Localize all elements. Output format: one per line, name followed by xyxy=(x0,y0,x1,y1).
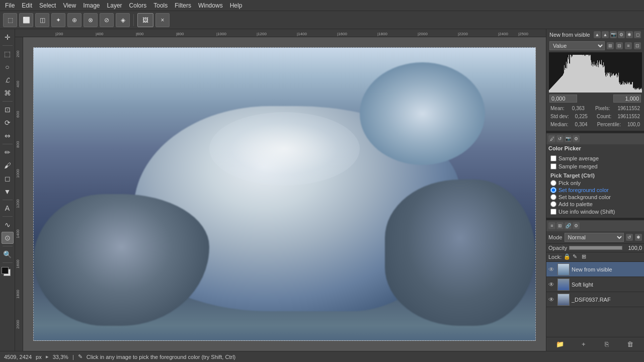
layer-row-soft-light[interactable]: 👁 Soft light xyxy=(546,277,644,292)
cp-icon-2[interactable]: ↺ xyxy=(556,135,564,142)
histogram-icon-3[interactable]: 📷 xyxy=(610,31,617,38)
cp-pick-only-label: Pick only xyxy=(558,180,581,186)
layers-new-layer-btn[interactable]: + xyxy=(579,340,588,349)
cp-pick-only-radio[interactable] xyxy=(550,180,556,186)
layer-eye-2[interactable]: 👁 xyxy=(548,281,555,288)
tool-rect-select[interactable]: ⬚ xyxy=(2,48,14,60)
status-zoom: 33,3% xyxy=(53,354,68,360)
menu-select[interactable]: Select xyxy=(36,1,59,10)
histogram-range-max[interactable] xyxy=(613,95,641,103)
tool-fuzzy-select[interactable]: ⌘ xyxy=(2,87,14,99)
tool-option-btn-8[interactable]: 🖼 xyxy=(137,13,153,27)
tool-ellipse-select[interactable]: ○ xyxy=(2,61,14,73)
color-swatches[interactable] xyxy=(2,267,14,277)
histogram-header-icons: ▲ ▲ 📷 ⚙ ✱ ◻ xyxy=(594,31,641,38)
tool-move[interactable]: ✛ xyxy=(2,31,14,43)
layers-mode-select[interactable]: Normal Multiply Screen Overlay Soft Ligh… xyxy=(565,233,624,242)
histogram-ctrl-3[interactable]: ≡ xyxy=(625,42,632,49)
tool-option-btn-6[interactable]: ⊘ xyxy=(100,13,114,27)
layers-controls: Mode Normal Multiply Screen Overlay Soft… xyxy=(546,231,644,244)
tool-pencil[interactable]: ✏ xyxy=(2,146,14,158)
tool-zoom[interactable]: 🔍 xyxy=(2,248,14,260)
cp-icon-1[interactable]: 🖊 xyxy=(548,135,555,142)
cp-icon-4[interactable]: ⚙ xyxy=(573,135,580,142)
layer-row-base[interactable]: 👁 _DSF0937.RAF xyxy=(546,292,644,307)
histogram-header: New from visible ▲ ▲ 📷 ⚙ ✱ ◻ xyxy=(547,30,643,39)
cp-set-foreground-radio[interactable] xyxy=(550,187,556,193)
histogram-icon-5[interactable]: ✱ xyxy=(626,31,633,38)
layers-new-group-btn[interactable]: 📁 xyxy=(555,340,565,349)
menu-edit[interactable]: Edit xyxy=(19,1,35,10)
layer-eye-3[interactable]: 👁 xyxy=(548,296,555,303)
menu-layer[interactable]: Layer xyxy=(104,1,125,10)
cp-set-background-row: Set background color xyxy=(550,194,640,201)
svg-text:800: 800 xyxy=(16,141,20,148)
menu-filters[interactable]: Filters xyxy=(172,1,194,10)
histogram-ctrl-2[interactable]: ⊟ xyxy=(616,42,623,49)
histogram-icon-1[interactable]: ▲ xyxy=(594,31,601,38)
menu-image[interactable]: Image xyxy=(80,1,103,10)
tool-paths[interactable]: ∿ xyxy=(2,219,14,231)
histogram-ctrl-4[interactable]: ⊡ xyxy=(634,42,641,49)
layers-mode-icon-1[interactable]: ↺ xyxy=(626,234,633,241)
cp-icon-3[interactable]: 📷 xyxy=(565,135,572,142)
menu-view[interactable]: View xyxy=(60,1,79,10)
cp-sample-merged-check[interactable] xyxy=(550,163,556,169)
cp-use-info-check[interactable] xyxy=(550,209,556,215)
tool-option-btn-2[interactable]: ◫ xyxy=(35,13,49,27)
tool-option-btn-3[interactable]: ✦ xyxy=(51,13,65,27)
tool-option-btn-5[interactable]: ⊗ xyxy=(84,13,98,27)
opacity-slider[interactable] xyxy=(569,246,622,250)
layers-mode-icon-2[interactable]: ✱ xyxy=(635,234,642,241)
histogram-ctrl-1[interactable]: ⊞ xyxy=(607,42,614,49)
tool-bucket[interactable]: ▼ xyxy=(2,186,14,198)
tool-option-btn-4[interactable]: ⊕ xyxy=(67,13,82,27)
tool-paintbrush[interactable]: 🖌 xyxy=(2,159,14,171)
histogram-range-min[interactable] xyxy=(549,95,577,103)
layers-icon-1[interactable]: ≡ xyxy=(548,222,555,229)
layers-icon-4[interactable]: ⚙ xyxy=(573,222,580,229)
lock-pixels-icon[interactable]: 🔒 xyxy=(564,253,571,260)
tool-lasso[interactable]: 𝓛 xyxy=(2,74,14,86)
menu-file[interactable]: File xyxy=(2,1,18,10)
svg-text:|800: |800 xyxy=(176,32,184,36)
cp-add-to-palette-radio[interactable] xyxy=(550,201,556,207)
histogram-channel-select[interactable]: Value Red Green Blue xyxy=(549,41,605,50)
status-units: px xyxy=(36,354,42,360)
tool-flip[interactable]: ⇔ xyxy=(2,130,14,142)
lock-alpha-icon[interactable]: ⊞ xyxy=(582,253,589,260)
histogram-icon-6[interactable]: ◻ xyxy=(634,31,641,38)
tool-option-btn-0[interactable]: ⬚ xyxy=(3,13,17,27)
tool-eraser[interactable]: ◻ xyxy=(2,172,14,185)
layer-row-new-from-visible[interactable]: 👁 New from visible xyxy=(546,262,644,277)
tool-crop[interactable]: ⊡ xyxy=(2,104,14,116)
lock-position-icon[interactable]: ✎ xyxy=(573,253,580,260)
tool-option-btn-1[interactable]: ⬜ xyxy=(19,13,33,27)
layers-icon-2[interactable]: ⊞ xyxy=(556,222,564,229)
tool-color-picker[interactable]: ⊙ xyxy=(2,232,14,244)
layers-icon-3[interactable]: 🔗 xyxy=(565,222,572,229)
layers-list: 👁 New from visible 👁 Soft light 👁 _DSF09… xyxy=(546,262,644,337)
histogram-icon-2[interactable]: ▲ xyxy=(602,31,609,38)
layers-delete-btn[interactable]: 🗑 xyxy=(626,340,635,349)
layer-eye-1[interactable]: 👁 xyxy=(548,266,555,273)
histogram-icon-4[interactable]: ⚙ xyxy=(618,31,625,38)
menu-help[interactable]: Help xyxy=(227,1,246,10)
tool-option-btn-close[interactable]: × xyxy=(155,13,170,27)
cp-use-info-label: Use info window (Shift) xyxy=(558,209,615,215)
cp-pick-only-row: Pick only xyxy=(550,179,640,187)
left-toolbar: ✛ ⬚ ○ 𝓛 ⌘ ⊡ ⟳ ⇔ ✏ 🖌 ◻ ▼ A ∿ ⊙ 🔍 xyxy=(0,29,15,351)
tool-text[interactable]: A xyxy=(2,202,14,214)
cp-set-background-radio[interactable] xyxy=(550,194,556,200)
tool-option-btn-7[interactable]: ◈ xyxy=(116,13,130,27)
image-canvas[interactable] xyxy=(33,47,536,341)
layers-duplicate-btn[interactable]: ⎘ xyxy=(602,340,611,349)
layer-thumb-1 xyxy=(557,263,570,276)
main-content: ✛ ⬚ ○ 𝓛 ⌘ ⊡ ⟳ ⇔ ✏ 🖌 ◻ ▼ A ∿ ⊙ 🔍 xyxy=(0,29,644,351)
tool-transform[interactable]: ⟳ xyxy=(2,117,14,129)
canvas-container[interactable] xyxy=(23,37,546,351)
menu-tools[interactable]: Tools xyxy=(150,1,171,10)
menu-windows[interactable]: Windows xyxy=(195,1,226,10)
cp-sample-average-check[interactable] xyxy=(550,155,556,161)
menu-colors[interactable]: Colors xyxy=(126,1,150,10)
